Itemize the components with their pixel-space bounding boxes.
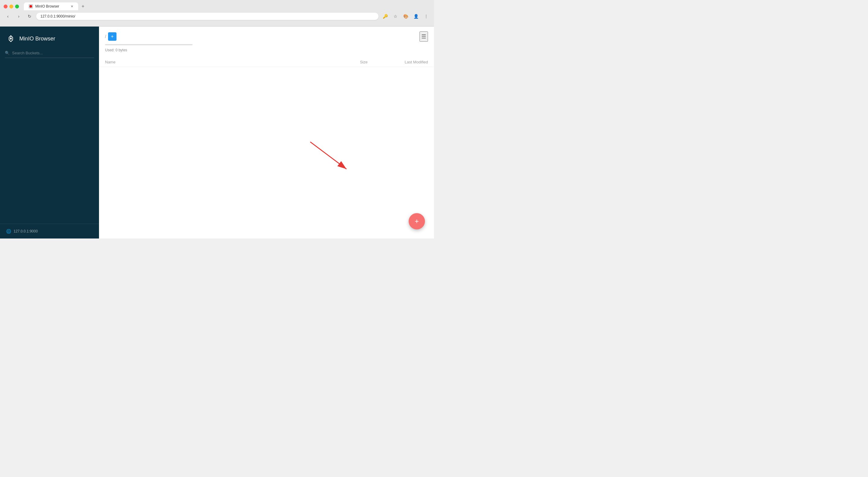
globe-icon: 🌐 [6, 229, 11, 234]
address-bar: ‹ › ↻ 🔑 ☆ 🎨 👤 ⋮ [0, 10, 434, 22]
profile-icon[interactable]: 👤 [412, 12, 420, 21]
main-menu-button[interactable]: ☰ [420, 31, 428, 42]
breadcrumb: / + [105, 32, 117, 41]
reload-button[interactable]: ↻ [25, 12, 34, 21]
server-address: 127.0.0.1:9000 [13, 229, 38, 233]
window-controls [4, 4, 19, 8]
tab-bar: MinIO Browser ✕ + [24, 2, 430, 10]
svg-point-0 [30, 5, 32, 7]
tab-title: MinIO Browser [35, 4, 59, 8]
breadcrumb-separator: / [105, 34, 106, 39]
storage-bar-track [105, 44, 192, 45]
back-button[interactable]: ‹ [4, 12, 12, 21]
search-icon: 🔍 [5, 51, 10, 55]
column-size-header: Size [331, 60, 368, 64]
maximize-window-button[interactable] [15, 4, 19, 8]
address-input[interactable] [36, 13, 378, 20]
search-input-wrap: 🔍 [5, 51, 94, 58]
close-tab-button[interactable]: ✕ [71, 4, 73, 8]
storage-used-label: Used: 0 bytes [105, 48, 127, 52]
upload-fab-button[interactable]: + [409, 213, 425, 230]
colorpicker-icon[interactable]: 🎨 [401, 12, 410, 21]
browser-actions: 🔑 ☆ 🎨 👤 ⋮ [381, 12, 430, 21]
sidebar-header: MinIO Browser [0, 27, 99, 51]
minio-favicon-icon [29, 5, 32, 8]
add-bucket-button[interactable]: + [108, 32, 117, 41]
column-modified-header: Last Modified [368, 60, 428, 64]
new-tab-button[interactable]: + [80, 3, 87, 10]
sidebar-footer: 🌐 127.0.0.1:9000 [0, 224, 99, 239]
close-window-button[interactable] [4, 4, 7, 8]
key-icon[interactable]: 🔑 [381, 12, 389, 21]
sidebar-search: 🔍 [0, 51, 99, 63]
search-buckets-input[interactable] [12, 51, 94, 55]
forward-button[interactable]: › [14, 12, 23, 21]
title-bar: MinIO Browser ✕ + [0, 0, 434, 10]
browser-menu-icon[interactable]: ⋮ [422, 12, 430, 21]
fab-container: + [409, 213, 425, 230]
minimize-window-button[interactable] [9, 4, 13, 8]
bookmark-icon[interactable]: ☆ [391, 12, 400, 21]
minio-logo-icon [6, 34, 16, 43]
tab-favicon [29, 4, 33, 8]
file-table-header: Name Size Last Modified [99, 57, 434, 67]
app: MinIO Browser 🔍 🌐 127.0.0.1:9000 / + ☰ [0, 27, 434, 239]
sidebar-title: MinIO Browser [19, 36, 55, 42]
file-table: Name Size Last Modified [99, 57, 434, 239]
browser-chrome: MinIO Browser ✕ + ‹ › ↻ 🔑 ☆ 🎨 👤 ⋮ [0, 0, 434, 27]
storage-section: Used: 0 bytes [99, 42, 434, 57]
fab-plus-icon: + [415, 217, 419, 226]
top-bar: / + ☰ [99, 27, 434, 42]
sidebar: MinIO Browser 🔍 🌐 127.0.0.1:9000 [0, 27, 99, 239]
active-tab[interactable]: MinIO Browser ✕ [24, 2, 78, 10]
column-name-header: Name [105, 60, 331, 64]
main-content: / + ☰ Used: 0 bytes Name Size Last Modif… [99, 27, 434, 239]
